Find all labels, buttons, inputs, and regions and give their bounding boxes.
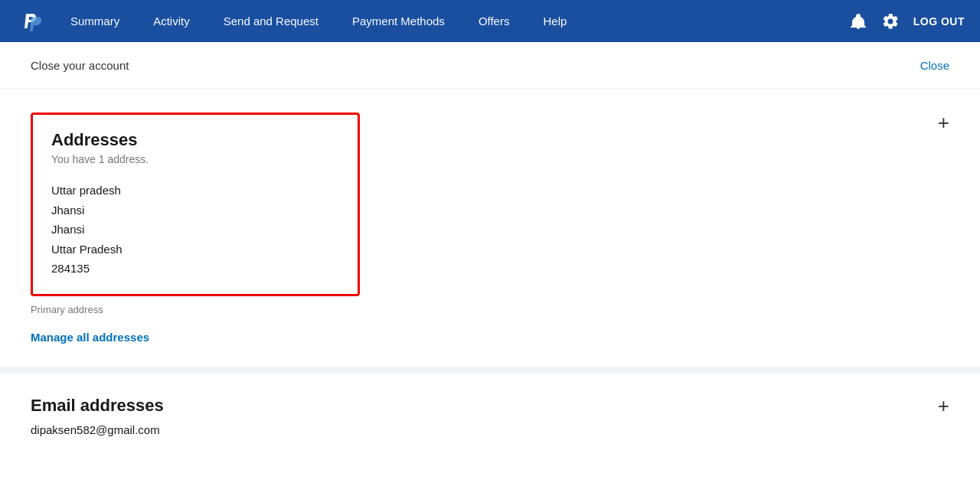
addresses-card: Addresses You have 1 address. Uttar prad… [31,113,360,296]
addresses-section: Addresses You have 1 address. Uttar prad… [0,90,980,373]
nav-links: Summary Activity Send and Request Paymen… [54,0,849,42]
email-section: Email addresses dipaksen582@gmail.com + [0,373,980,459]
nav-help[interactable]: Help [526,0,583,42]
address-line-3: Jhansi [51,220,339,240]
close-account-text: Close your account [31,59,129,72]
addresses-title: Addresses [51,130,339,150]
email-addresses-title: Email addresses [31,396,949,416]
nav-payment-methods[interactable]: Payment Methods [335,0,462,42]
navbar: Summary Activity Send and Request Paymen… [0,0,980,42]
email-address-value: dipaksen582@gmail.com [31,423,949,436]
nav-offers[interactable]: Offers [462,0,527,42]
add-email-button[interactable]: + [938,396,949,416]
manage-addresses-link[interactable]: Manage all addresses [31,331,949,344]
nav-summary[interactable]: Summary [54,0,136,42]
paypal-logo [15,6,54,37]
nav-activity[interactable]: Activity [136,0,207,42]
close-account-bar: Close your account Close [0,42,980,90]
add-address-button[interactable]: + [938,113,949,132]
address-line-2: Jhansi [51,201,339,220]
logout-button[interactable]: LOG OUT [913,15,965,28]
addresses-subtitle: You have 1 address. [51,153,339,165]
close-account-button[interactable]: Close [920,59,949,72]
notifications-icon[interactable] [849,12,867,31]
settings-icon[interactable] [881,12,900,31]
address-line-1: Uttar pradesh [51,181,339,201]
address-line-5: 284135 [51,259,339,279]
primary-address-label: Primary address [31,304,949,315]
main-content: Close your account Close Addresses You h… [0,42,980,496]
nav-right-controls: LOG OUT [849,12,965,31]
address-line-4: Uttar Pradesh [51,240,339,259]
nav-send-request[interactable]: Send and Request [207,0,335,42]
